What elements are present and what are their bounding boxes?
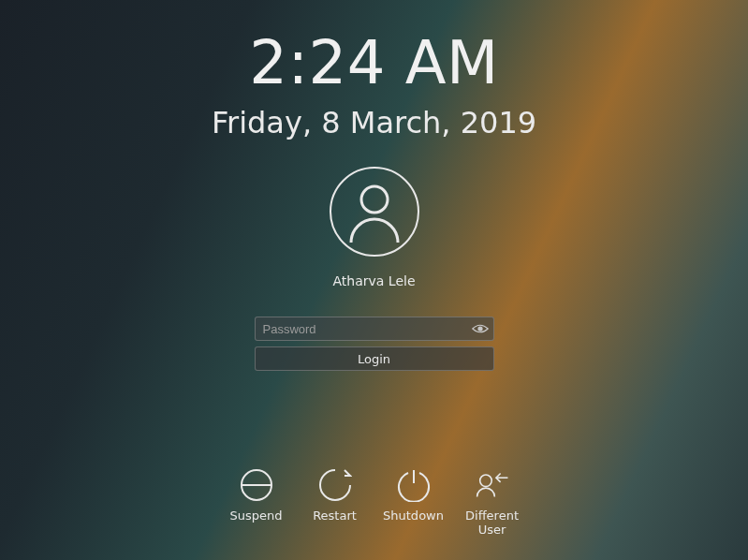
suspend-button[interactable]: Suspend — [232, 468, 281, 538]
svg-point-5 — [479, 475, 491, 487]
shutdown-label: Shutdown — [383, 509, 444, 523]
shutdown-button[interactable]: Shutdown — [389, 468, 438, 538]
clock-date: Friday, 8 March, 2019 — [212, 105, 536, 140]
user-icon — [342, 179, 407, 244]
different-user-icon — [476, 468, 509, 502]
password-container — [255, 317, 494, 341]
login-button[interactable]: Login — [255, 346, 494, 371]
restart-icon — [318, 468, 352, 502]
svg-point-1 — [477, 326, 482, 331]
restart-button[interactable]: Restart — [311, 468, 359, 538]
restart-label: Restart — [313, 509, 357, 523]
svg-point-0 — [361, 186, 388, 213]
user-avatar — [330, 167, 419, 257]
clock-time: 2:24 AM — [249, 28, 499, 97]
shutdown-icon — [397, 468, 431, 502]
suspend-icon — [240, 468, 273, 502]
show-password-icon[interactable] — [472, 322, 489, 335]
system-actions: Suspend Restart Shutdown — [0, 468, 748, 538]
suspend-label: Suspend — [230, 509, 283, 523]
different-user-label: Different User — [465, 509, 519, 538]
different-user-button[interactable]: Different User — [468, 468, 517, 538]
password-input[interactable] — [255, 317, 494, 341]
username-label: Atharva Lele — [332, 273, 415, 288]
